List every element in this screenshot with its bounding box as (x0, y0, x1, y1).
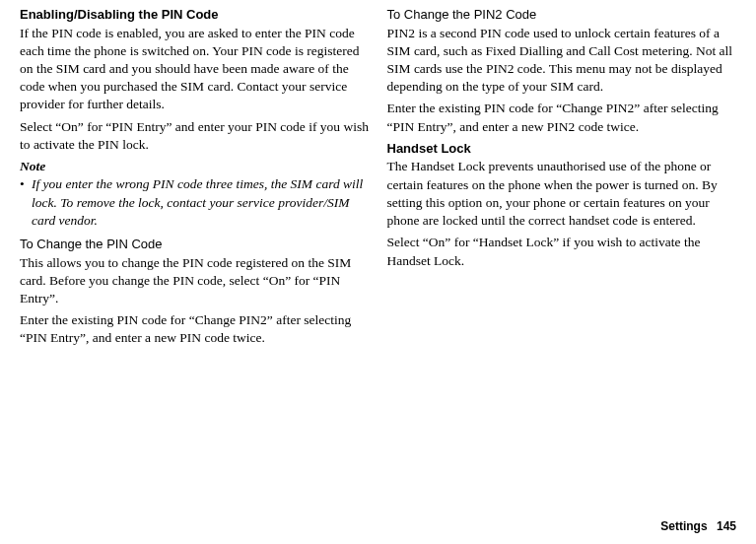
left-column: Enabling/Disabling the PIN Code If the P… (20, 6, 370, 352)
body-text: Select “On” for “Handset Lock” if you wi… (387, 234, 737, 269)
body-text: Enter the existing PIN code for “Change … (387, 100, 737, 135)
note-label: Note (20, 158, 370, 175)
body-text: This allows you to change the PIN code r… (20, 254, 370, 308)
note-bullet: • If you enter the wrong PIN code three … (20, 175, 370, 230)
heading-enable-pin: Enabling/Disabling the PIN Code (20, 6, 370, 24)
footer-page-number: 145 (717, 519, 736, 533)
heading-change-pin: To Change the PIN Code (20, 236, 370, 253)
body-text: Select “On” for “PIN Entry” and enter yo… (20, 118, 370, 154)
body-text: PIN2 is a second PIN code used to unlock… (387, 25, 737, 97)
note-text: If you enter the wrong PIN code three ti… (32, 175, 370, 230)
page-content: Enabling/Disabling the PIN Code If the P… (0, 0, 756, 352)
page-footer: Settings 145 (660, 518, 736, 534)
footer-section: Settings (660, 519, 707, 533)
heading-handset-lock: Handset Lock (387, 140, 737, 158)
heading-change-pin2: To Change the PIN2 Code (387, 6, 737, 24)
bullet-dot: • (20, 175, 32, 230)
body-text: The Handset Lock prevents unauthorised u… (387, 158, 737, 230)
right-column: To Change the PIN2 Code PIN2 is a second… (387, 6, 737, 352)
body-text: If the PIN code is enabled, you are aske… (20, 25, 370, 114)
body-text: Enter the existing PIN code for “Change … (20, 311, 370, 347)
